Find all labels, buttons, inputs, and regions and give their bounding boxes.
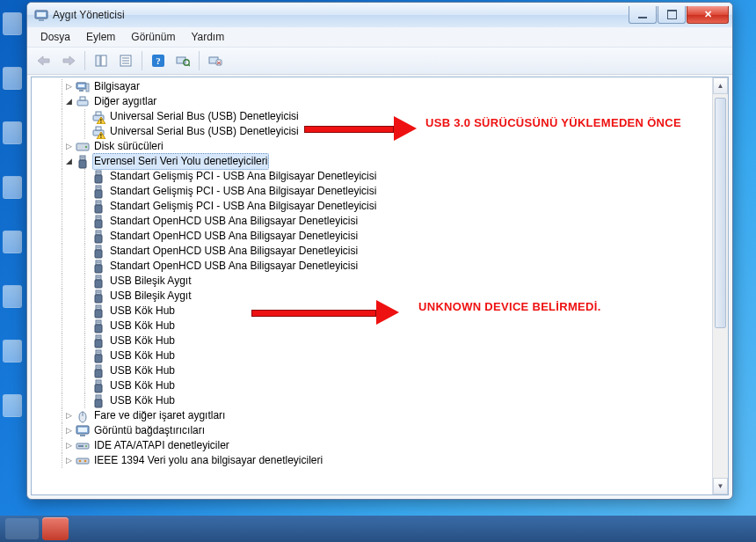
tree-node[interactable]: ▷Standart Gelişmiş PCI - USB Ana Bilgisa…	[32, 184, 713, 199]
toolbar-help[interactable]: ?	[147, 49, 170, 72]
device-tree[interactable]: ▷Bilgisayar◢Diğer aygıtlar▷!Universal Se…	[32, 77, 713, 494]
svg-line-13	[188, 64, 190, 66]
tree-node[interactable]: ▷IDE ATA/ATAPI denetleyiciler	[32, 438, 713, 453]
menu-help[interactable]: Yardım	[183, 29, 232, 45]
toolbar-uninstall[interactable]	[204, 49, 227, 72]
device-manager-window: Aygıt Yöneticisi Dosya Eylem Görünüm Yar…	[26, 2, 733, 500]
toolbar-forward[interactable]	[57, 49, 80, 72]
menubar: Dosya Eylem Görünüm Yardım	[27, 27, 732, 48]
scroll-track[interactable]	[713, 94, 728, 478]
tree-node-label: USB Bileşik Aygıt	[108, 289, 193, 304]
toolbar-show-hidden[interactable]	[90, 49, 113, 72]
toolbar-back[interactable]	[33, 49, 55, 72]
titlebar[interactable]: Aygıt Yöneticisi	[27, 3, 732, 27]
svg-rect-4	[101, 55, 106, 66]
tree-node-label: Standart OpenHCD USB Ana Biligsayar Dene…	[108, 259, 360, 274]
toolbar: ?	[27, 48, 732, 75]
menu-view[interactable]: Görünüm	[123, 29, 183, 45]
toolbar-scan[interactable]	[171, 49, 194, 72]
tree-node[interactable]: ▷Disk sürücüleri	[32, 139, 713, 154]
tree-node-label: Görüntü bağdaştırıcıları	[92, 423, 207, 438]
svg-text:!: !	[100, 133, 102, 139]
toolbar-separator	[199, 51, 200, 70]
tree-node[interactable]: ◢Diğer aygıtlar	[32, 94, 713, 109]
tree-node[interactable]: ▷USB Kök Hub	[32, 363, 713, 378]
svg-rect-35	[84, 157, 84, 158]
tree-node-label: USB Kök Hub	[108, 333, 177, 348]
tree-node[interactable]: ▷Standart OpenHCD USB Ana Biligsayar Den…	[32, 259, 713, 274]
tree-node[interactable]: ▷Standart OpenHCD USB Ana Biligsayar Den…	[32, 214, 713, 229]
tree-node-label: Bilgisayar	[92, 79, 142, 94]
tree-node[interactable]: ◢Evrensel Seri Veri Yolu denetleyicileri	[32, 154, 713, 169]
tree-node[interactable]: ▷USB Kök Hub	[32, 348, 713, 363]
desktop-icon[interactable]	[3, 12, 22, 35]
tree-node-label: Disk sürücüleri	[92, 139, 165, 154]
tree-node-label: USB Bileşik Aygıt	[108, 274, 193, 289]
app-icon	[34, 8, 48, 22]
tree-node[interactable]: ▷!Universal Serial Bus (USB) Denetleyici…	[32, 109, 713, 124]
tree-node-label: USB Kök Hub	[108, 393, 177, 408]
computer-icon	[76, 80, 90, 94]
tree-node[interactable]: ▷Görüntü bağdaştırıcıları	[32, 423, 713, 438]
svg-point-31	[85, 145, 87, 147]
svg-rect-1	[37, 12, 46, 17]
desktop-icon[interactable]	[3, 394, 22, 417]
tree-node-label: USB Kök Hub	[108, 348, 177, 363]
svg-rect-3	[96, 55, 100, 66]
tree-node[interactable]: ▷Standart OpenHCD USB Ana Biligsayar Den…	[32, 229, 713, 244]
tree-node[interactable]: ▷USB Kök Hub	[32, 319, 713, 333]
toolbar-properties[interactable]	[114, 49, 137, 72]
tree-node[interactable]: ▷Bilgisayar	[32, 79, 713, 94]
tree-node[interactable]: ▷Fare ve diğer işaret aygıtları	[32, 408, 713, 423]
toolbar-separator	[142, 51, 142, 70]
close-button[interactable]	[687, 6, 729, 24]
tree-node[interactable]: ▷IEEE 1394 Veri yolu ana bilgisayar dene…	[32, 453, 713, 468]
desktop-icon[interactable]	[3, 67, 22, 90]
tree-node[interactable]: ▷USB Kök Hub	[32, 333, 713, 348]
menu-action[interactable]: Eylem	[78, 29, 123, 45]
svg-rect-104	[80, 435, 85, 436]
menu-file[interactable]: Dosya	[33, 29, 78, 45]
desktop-icon[interactable]	[3, 285, 22, 308]
vertical-scrollbar[interactable]: ▲ ▼	[712, 77, 728, 494]
svg-point-107	[85, 445, 87, 447]
scroll-up-icon[interactable]: ▲	[713, 77, 728, 94]
minimize-button[interactable]	[629, 6, 657, 24]
svg-rect-34	[82, 157, 83, 158]
ieee-icon	[76, 454, 90, 468]
other-icon	[76, 95, 90, 109]
tree-node-label: USB Kök Hub	[108, 363, 177, 378]
scroll-down-icon[interactable]: ▼	[713, 478, 728, 494]
tree-node-label: USB Kök Hub	[108, 319, 177, 333]
display-icon	[76, 424, 90, 438]
svg-rect-2	[39, 19, 44, 21]
desktop-icon[interactable]	[3, 231, 22, 253]
tree-node[interactable]: ▷Standart Gelişmiş PCI - USB Ana Bilgisa…	[32, 199, 713, 214]
tree-node[interactable]: ▷USB Bileşik Aygıt	[32, 289, 713, 304]
maximize-button[interactable]	[658, 6, 686, 24]
tree-node[interactable]: ▷USB Kök Hub	[32, 378, 713, 393]
tree-node[interactable]: ▷USB Kök Hub	[32, 393, 713, 408]
desktop-icon[interactable]	[3, 121, 22, 144]
taskbar[interactable]	[0, 516, 756, 542]
taskbar-button[interactable]	[5, 518, 39, 539]
tree-node-label: Standart OpenHCD USB Ana Biligsayar Dene…	[108, 229, 360, 244]
scroll-thumb[interactable]	[715, 98, 726, 328]
disk-icon	[76, 140, 90, 154]
svg-text:?: ?	[156, 55, 161, 66]
tree-node-label: Standart Gelişmiş PCI - USB Ana Bilgisay…	[108, 199, 378, 214]
tree-node[interactable]: ▷Standart OpenHCD USB Ana Biligsayar Den…	[32, 244, 713, 259]
desktop-icon[interactable]	[3, 340, 22, 363]
device-tree-panel: ▷Bilgisayar◢Diğer aygıtlar▷!Universal Se…	[31, 77, 729, 495]
tree-node-label: Standart OpenHCD USB Ana Biligsayar Dene…	[108, 244, 360, 259]
desktop-icon[interactable]	[3, 176, 22, 199]
tree-node[interactable]: ▷!Universal Serial Bus (USB) Denetleyici…	[32, 124, 713, 139]
tree-node[interactable]: ▷USB Bileşik Aygıt	[32, 274, 713, 289]
tree-node[interactable]: ▷Standart Gelişmiş PCI - USB Ana Bilgisa…	[32, 169, 713, 184]
tree-node-label: USB Kök Hub	[108, 378, 177, 393]
taskbar-alert-icon[interactable]	[42, 517, 69, 540]
tree-node-label: IDE ATA/ATAPI denetleyiciler	[92, 438, 231, 453]
tree-node-label: Standart OpenHCD USB Ana Biligsayar Dene…	[108, 214, 360, 229]
tree-node[interactable]: ▷USB Kök Hub	[32, 304, 713, 319]
svg-rect-33	[79, 160, 86, 168]
